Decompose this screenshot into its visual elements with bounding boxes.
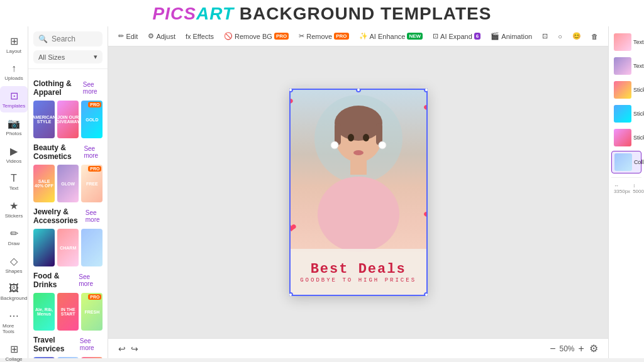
see-more-3[interactable]: See more	[79, 273, 103, 287]
nav-label-1: Uploads	[4, 75, 23, 81]
layer-info-4: Sticker	[631, 134, 644, 141]
redo-button[interactable]: ↪	[131, 344, 138, 354]
template-thumb-1-1[interactable]: GLOW	[57, 165, 79, 202]
toolbar-icon-7: 🎬	[491, 32, 499, 40]
template-grid-2: CHARM	[33, 229, 103, 266]
zoom-in-button[interactable]: +	[579, 343, 584, 354]
canvas[interactable]: ↻ ❤ ❤ ❤ ❤ ❤ ❤	[289, 89, 428, 296]
layer-item-0[interactable]: Text 👁	[611, 31, 641, 53]
nav-item-more-tools[interactable]: ⋯More Tools	[0, 306, 28, 338]
template-thumb-2-0[interactable]	[33, 229, 55, 266]
nav-item-background[interactable]: 🖼Background	[0, 279, 28, 305]
toolbar-btn-effects[interactable]: fxEffects	[182, 31, 218, 42]
layer-thumb-0	[614, 33, 631, 51]
layer-thumb-4	[614, 129, 631, 146]
search-icon: 🔍	[38, 35, 48, 43]
toolbar-icon-2: fx	[186, 33, 191, 40]
template-thumb-4-1[interactable]: SIGHTSEE & SOAR	[57, 357, 79, 358]
nav-item-uploads[interactable]: ↑Uploads	[0, 59, 28, 85]
template-thumb-3-1[interactable]: IN THE START	[57, 293, 79, 331]
layer-name-2: Sticker	[633, 87, 644, 93]
nav-item-videos[interactable]: ▶Videos	[0, 141, 28, 168]
canvas-area: ✏Edit⚙AdjustfxEffects🚫Remove BGPRO✂Remov…	[108, 26, 608, 358]
see-more-1[interactable]: See more	[84, 145, 103, 159]
nav-icon-5: T	[11, 173, 17, 184]
toolbar-btn-animation[interactable]: 🎬Animation	[487, 30, 536, 42]
template-thumb-0-0[interactable]: AMERICAN STYLE	[33, 101, 55, 138]
toolbar-btn-11[interactable]: 🗑	[587, 31, 602, 42]
template-thumb-2-1[interactable]: CHARM	[57, 229, 79, 266]
see-more-2[interactable]: See more	[86, 209, 103, 223]
layer-name-5: Collage	[634, 159, 644, 165]
pro-badge-3-2: PRO	[88, 294, 101, 300]
thumb-text-2-1: CHARM	[57, 229, 79, 266]
pro-badge-1-2: PRO	[88, 166, 101, 172]
toolbar-btn-10[interactable]: 😊	[569, 30, 585, 42]
size-label: All Sizes	[38, 53, 65, 61]
template-thumb-4-2[interactable]	[81, 357, 103, 358]
toolbar: ✏Edit⚙AdjustfxEffects🚫Remove BGPRO✂Remov…	[108, 26, 608, 47]
layer-name-1: Text	[633, 63, 644, 69]
nav-item-shapes[interactable]: ◇Shapes	[0, 251, 28, 278]
nav-item-text[interactable]: TText	[0, 169, 28, 195]
toolbar-btn-remove-bg[interactable]: 🚫Remove BGPRO	[220, 30, 292, 42]
nav-item-collage[interactable]: ⊞Collage	[0, 339, 28, 362]
nav-item-layout[interactable]: ⊞Layout	[0, 31, 28, 58]
category-title-0: Clothing & Apparel	[33, 79, 83, 97]
nav-icon-2: ⊡	[10, 90, 18, 102]
see-more-0[interactable]: See more	[83, 81, 103, 95]
layer-item-1[interactable]: Text 👁	[611, 55, 641, 77]
toolbar-icon-9: ○	[558, 33, 562, 40]
toolbar-icon-1: ⚙	[148, 32, 154, 40]
nav-item-photos[interactable]: 📷Photos	[0, 114, 28, 140]
zoom-out-button[interactable]: −	[550, 343, 555, 354]
layer-thumb-3	[614, 105, 631, 123]
toolbar-btn-remove[interactable]: ✂RemovePRO	[295, 30, 352, 42]
template-thumb-1-0[interactable]: SALE 40% OFF	[33, 165, 55, 202]
left-nav: ⊞Layout↑Uploads⊡Templates📷Photos▶VideosT…	[0, 26, 28, 358]
template-thumb-0-1[interactable]: JOIN OUR GIVEAWAY	[57, 101, 79, 138]
app-header: PICSART BACKGROUND TEMPLATES	[0, 0, 644, 26]
search-input[interactable]	[52, 35, 108, 43]
svg-point-3	[318, 177, 399, 252]
person-silhouette: ❤ ❤ ❤ ❤ ❤ ❤	[289, 89, 428, 252]
toolbar-btn-ai-expand[interactable]: ⊡AI Expand6	[429, 30, 484, 42]
layer-item-5[interactable]: Collage 👁	[611, 151, 641, 173]
size-selector[interactable]: All Sizes ▾	[33, 50, 103, 63]
toolbar-badge-4: PRO	[334, 33, 348, 40]
nav-item-draw[interactable]: ✏Draw	[0, 224, 28, 250]
category-title-2: Jewelry & Accessories	[33, 207, 86, 225]
see-more-4[interactable]: See more	[80, 337, 103, 351]
toolbar-btn-8[interactable]: ⊡	[538, 30, 552, 42]
toolbar-label-5: AI Enhance	[370, 33, 406, 40]
category-title-4: Travel Services	[33, 336, 80, 353]
template-thumb-4-0[interactable]: FIND BLISS IN TRAVEL	[33, 357, 55, 358]
svg-point-9	[331, 141, 338, 149]
bottom-left: ↩ ↪	[118, 344, 138, 354]
toolbar-btn-9[interactable]: ○	[554, 31, 566, 42]
template-thumb-0-2[interactable]: GOLDPRO	[81, 101, 103, 138]
layer-item-4[interactable]: Sticker 👁	[611, 127, 641, 148]
toolbar-btn-ai-enhance[interactable]: ✨AI EnhanceNEW	[355, 30, 427, 42]
template-grid-0: AMERICAN STYLEJOIN OUR GIVEAWAYGOLDPRO	[33, 101, 103, 138]
template-thumb-1-2[interactable]: FREEPRO	[81, 165, 103, 202]
canvas-wrapper: ↻ ❤ ❤ ❤ ❤ ❤ ❤	[108, 47, 608, 338]
layer-divider	[611, 177, 641, 178]
svg-point-11	[353, 150, 364, 155]
layer-item-2[interactable]: Sticker 👁	[611, 79, 641, 101]
nav-item-templates[interactable]: ⊡Templates	[0, 86, 28, 112]
undo-button[interactable]: ↩	[118, 344, 126, 354]
canvas-settings-button[interactable]: ⚙	[589, 343, 598, 354]
toolbar-btn-adjust[interactable]: ⚙Adjust	[144, 30, 179, 42]
canvas-text-area: Best Deals GoodbyE TO HIGH PrICES	[289, 249, 428, 296]
template-thumb-3-0[interactable]: Ale, Rib, Menus	[33, 293, 55, 331]
nav-icon-3: 📷	[8, 118, 20, 129]
toolbar-btn-edit[interactable]: ✏Edit	[114, 30, 142, 42]
nav-icon-10: ⋯	[9, 310, 19, 322]
template-thumb-3-2[interactable]: FRESHPRO	[81, 293, 103, 331]
template-thumb-2-2[interactable]	[81, 229, 103, 266]
layer-item-3[interactable]: Sticker 👁	[611, 103, 641, 124]
nav-item-stickers[interactable]: ★Stickers	[0, 196, 28, 222]
toolbar-label-3: Remove BG	[235, 33, 272, 40]
chevron-down-icon: ▾	[94, 53, 97, 61]
